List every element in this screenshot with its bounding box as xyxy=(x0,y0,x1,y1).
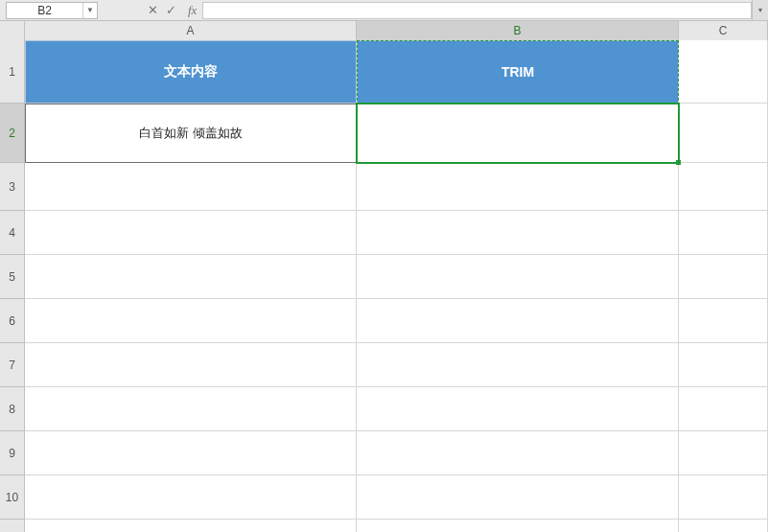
spreadsheet-grid: A B C 1 2 3 4 5 6 7 8 9 10 11 文本内容 TRIM … xyxy=(0,21,768,532)
cell-b5[interactable] xyxy=(357,255,679,299)
row-header-5[interactable]: 5 xyxy=(0,255,25,299)
row-header-10[interactable]: 10 xyxy=(0,475,25,520)
cell-c9[interactable] xyxy=(679,431,768,475)
cell-a5[interactable] xyxy=(25,255,357,299)
cell-c11[interactable] xyxy=(679,520,768,532)
row-header-2[interactable]: 2 xyxy=(0,104,25,163)
cell-c5[interactable] xyxy=(679,255,768,299)
row-header-1[interactable]: 1 xyxy=(0,40,25,104)
cell-a7[interactable] xyxy=(25,343,357,387)
row-header-6[interactable]: 6 xyxy=(0,299,25,343)
cells-area: 文本内容 TRIM 白首如新 倾盖如故 xyxy=(25,40,768,532)
cell-a10[interactable] xyxy=(25,475,357,520)
name-box[interactable]: B2 ▼ xyxy=(6,2,98,19)
cell-c10[interactable] xyxy=(679,475,768,520)
row-headers: 1 2 3 4 5 6 7 8 9 10 11 xyxy=(0,40,25,532)
formula-bar-expand-icon[interactable]: ▾ xyxy=(752,0,768,20)
name-box-value: B2 xyxy=(7,4,82,17)
row-header-4[interactable]: 4 xyxy=(0,211,25,255)
cell-a4[interactable] xyxy=(25,211,357,255)
cell-b4[interactable] xyxy=(357,211,679,255)
cell-a2[interactable]: 白首如新 倾盖如故 xyxy=(25,104,357,163)
cell-b1[interactable]: TRIM xyxy=(357,40,679,104)
cell-c7[interactable] xyxy=(679,343,768,387)
cell-b9[interactable] xyxy=(357,431,679,475)
cell-b2[interactable] xyxy=(357,104,679,163)
cell-b6[interactable] xyxy=(357,299,679,343)
cell-a9[interactable] xyxy=(25,431,357,475)
cell-b3[interactable] xyxy=(357,163,679,211)
col-header-c[interactable]: C xyxy=(679,21,768,40)
cell-c8[interactable] xyxy=(679,387,768,431)
cell-a11[interactable] xyxy=(25,520,357,532)
row-header-7[interactable]: 7 xyxy=(0,343,25,387)
row-header-8[interactable]: 8 xyxy=(0,387,25,431)
formula-input[interactable] xyxy=(202,2,752,19)
col-header-b[interactable]: B xyxy=(357,21,679,40)
name-box-dropdown-icon[interactable]: ▼ xyxy=(82,3,97,18)
cell-b8[interactable] xyxy=(357,387,679,431)
confirm-icon[interactable]: ✓ xyxy=(166,3,176,17)
cell-b10[interactable] xyxy=(357,475,679,520)
col-header-a[interactable]: A xyxy=(25,21,357,40)
cancel-icon[interactable]: ✕ xyxy=(148,3,158,17)
column-headers: A B C xyxy=(0,21,768,41)
row-header-11[interactable]: 11 xyxy=(0,520,25,532)
cell-b7[interactable] xyxy=(357,343,679,387)
cell-b11[interactable] xyxy=(357,520,679,532)
cell-c2[interactable] xyxy=(679,104,768,163)
formula-bar: B2 ▼ ✕ ✓ fx ▾ xyxy=(0,0,768,21)
cell-a3[interactable] xyxy=(25,163,357,211)
cell-c6[interactable] xyxy=(679,299,768,343)
row-header-9[interactable]: 9 xyxy=(0,431,25,475)
cell-a1[interactable]: 文本内容 xyxy=(25,40,357,104)
row-header-3[interactable]: 3 xyxy=(0,163,25,211)
fill-handle[interactable] xyxy=(676,160,681,165)
cell-a8[interactable] xyxy=(25,387,357,431)
cell-c4[interactable] xyxy=(679,211,768,255)
fx-icon[interactable]: fx xyxy=(188,3,197,18)
cell-a6[interactable] xyxy=(25,299,357,343)
select-all-corner[interactable] xyxy=(0,21,25,40)
cell-c1[interactable] xyxy=(679,40,768,104)
cell-c3[interactable] xyxy=(679,163,768,211)
